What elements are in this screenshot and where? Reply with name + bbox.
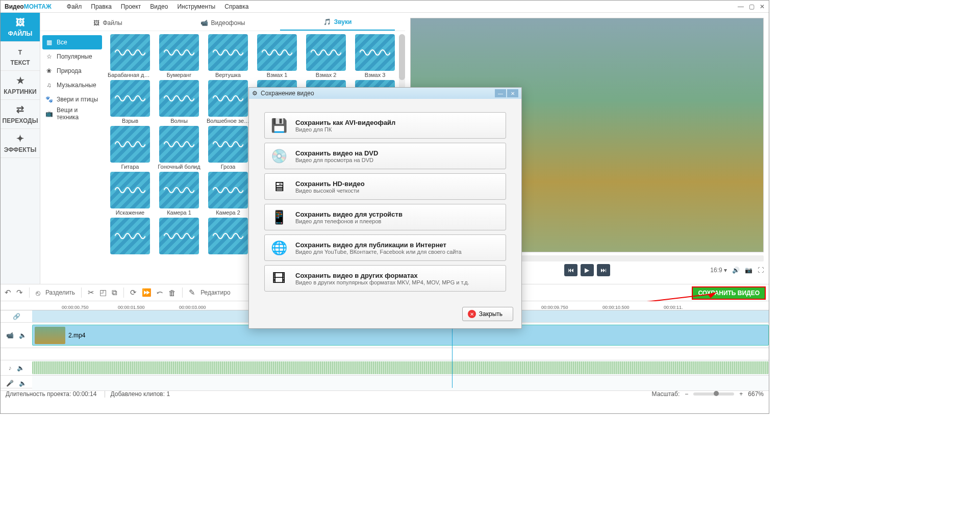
waveform-icon bbox=[208, 126, 248, 163]
sound-item[interactable]: Взмах 2 bbox=[303, 34, 349, 78]
category-all[interactable]: ▦Все bbox=[42, 35, 102, 49]
undo-icon[interactable]: ↶ bbox=[5, 288, 11, 297]
mute-icon[interactable]: 🔈 bbox=[19, 380, 27, 387]
save-option-4[interactable]: 🌐Сохранить видео для публикации в Интерн… bbox=[264, 234, 506, 261]
rotate-icon[interactable]: ⟳ bbox=[130, 288, 137, 297]
category-things[interactable]: 📺Вещи и техника bbox=[40, 107, 104, 121]
sound-label: Бумеранг bbox=[167, 72, 191, 78]
prev-button[interactable]: ⏮ bbox=[564, 264, 577, 276]
dialog-titlebar[interactable]: ⚙ Сохранение видео — ✕ bbox=[249, 88, 521, 99]
window-maximize-icon[interactable]: ▢ bbox=[749, 3, 755, 10]
audio-track-2[interactable]: 🎤🔈 bbox=[1, 376, 769, 391]
sound-item[interactable]: Взмах 1 bbox=[254, 34, 300, 78]
delete-icon[interactable]: 🗑 bbox=[168, 288, 176, 297]
mute-icon[interactable]: 🔈 bbox=[17, 364, 24, 372]
sound-item[interactable]: Искажение bbox=[107, 172, 153, 216]
menu-file[interactable]: Файл bbox=[67, 3, 82, 10]
sidebar-item-images[interactable]: ★КАРТИНКИ bbox=[1, 71, 40, 100]
asset-tab-sounds[interactable]: 🎵Звуки bbox=[280, 18, 395, 31]
save-option-5[interactable]: 🎞Сохранить видео в других форматахВидео … bbox=[264, 265, 506, 292]
save-option-subtitle: Видео в других популярных форматах MKV, … bbox=[295, 279, 469, 285]
window-close-icon[interactable]: ✕ bbox=[760, 3, 765, 10]
sound-item[interactable] bbox=[156, 218, 202, 255]
sidebar-item-text[interactable]: TТЕКСТ bbox=[1, 42, 40, 71]
sound-item[interactable]: Гроза bbox=[205, 126, 251, 170]
sidebar-item-transitions[interactable]: ⇄ПЕРЕХОДЫ bbox=[1, 100, 40, 129]
volume-icon[interactable]: 🔊 bbox=[732, 267, 740, 274]
sound-item[interactable]: Камера 2 bbox=[205, 172, 251, 216]
save-option-3[interactable]: 📱Сохранить видео для устройствВидео для … bbox=[264, 204, 506, 230]
dialog-minimize-icon[interactable]: — bbox=[495, 89, 506, 97]
mute-icon[interactable]: 🔈 bbox=[19, 332, 27, 339]
sound-item[interactable]: Гоночный болид bbox=[156, 126, 202, 170]
overlay-track[interactable] bbox=[1, 348, 769, 360]
edit-icon[interactable]: ✎ bbox=[189, 288, 195, 297]
sound-item[interactable]: Гитара bbox=[107, 126, 153, 170]
copy-icon[interactable]: ⧉ bbox=[112, 288, 117, 297]
play-button[interactable]: ▶ bbox=[581, 264, 594, 276]
sound-label: Волны bbox=[170, 118, 188, 124]
zoom-out-icon[interactable]: − bbox=[685, 390, 688, 398]
zoom-slider[interactable] bbox=[693, 392, 734, 396]
sound-item[interactable]: Камера 1 bbox=[156, 172, 202, 216]
waveform-icon bbox=[110, 126, 150, 163]
asset-tab-files[interactable]: 🖼Файлы bbox=[51, 19, 165, 31]
menu-video[interactable]: Видео bbox=[150, 3, 168, 10]
category-animals[interactable]: 🐾Звери и птицы bbox=[40, 92, 104, 107]
category-popular[interactable]: ☆Популярные bbox=[40, 49, 104, 64]
sound-item[interactable]: Волшебное зе… bbox=[205, 80, 251, 124]
waveform-icon bbox=[110, 172, 150, 208]
save-option-0[interactable]: 💾Сохранить как AVI-видеофайлВидео для ПК bbox=[264, 112, 506, 139]
sound-item[interactable] bbox=[107, 218, 153, 255]
asset-tab-backgrounds[interactable]: 📹Видеофоны bbox=[165, 19, 280, 31]
audio-track-1[interactable]: ♪🔈 bbox=[1, 360, 769, 376]
sidebar-item-effects[interactable]: ✦ЭФФЕКТЫ bbox=[1, 129, 40, 158]
waveform-icon bbox=[159, 34, 199, 71]
redo-icon[interactable]: ↷ bbox=[16, 288, 23, 297]
save-option-title: Сохранить видео для устройств bbox=[295, 211, 403, 218]
split-icon[interactable]: ⎋ bbox=[36, 288, 40, 297]
aspect-label[interactable]: 16:9 ▾ bbox=[710, 267, 727, 274]
speed-icon[interactable]: ⏩ bbox=[142, 288, 152, 297]
dialog-close-button[interactable]: ✕ Закрыть bbox=[462, 307, 513, 321]
grid-icon: ▦ bbox=[45, 39, 53, 46]
zoom-value: 667% bbox=[748, 390, 764, 398]
sound-item[interactable]: Волны bbox=[156, 80, 202, 124]
waveform-icon bbox=[110, 34, 150, 71]
audio-clip[interactable] bbox=[32, 361, 769, 374]
music-track-icon: ♪ bbox=[9, 364, 12, 372]
menu-help[interactable]: Справка bbox=[224, 3, 248, 10]
sound-item[interactable]: Взмах 3 bbox=[352, 34, 398, 78]
fullscreen-icon[interactable]: ⛶ bbox=[758, 267, 764, 274]
category-nature[interactable]: ❀Природа bbox=[40, 64, 104, 78]
save-option-1[interactable]: 💿Сохранить видео на DVDВидео для просмот… bbox=[264, 143, 506, 169]
crop-icon[interactable]: ◰ bbox=[99, 288, 107, 297]
menu-edit[interactable]: Правка bbox=[91, 3, 112, 10]
save-option-2[interactable]: 🖥Сохранить HD-видеоВидео высокой четкост… bbox=[264, 173, 506, 200]
reverse-icon[interactable]: ⤺ bbox=[157, 288, 163, 297]
window-minimize-icon[interactable]: — bbox=[738, 3, 744, 10]
snapshot-icon[interactable]: 📷 bbox=[745, 267, 752, 274]
split-button[interactable]: Разделить bbox=[45, 289, 75, 296]
waveform-icon bbox=[208, 80, 248, 117]
waveform-icon bbox=[257, 34, 297, 71]
edit-button[interactable]: Редактиро bbox=[200, 289, 231, 296]
sidebar-item-files[interactable]: 🖼ФАЙЛЫ bbox=[1, 13, 40, 42]
menu-project[interactable]: Проект bbox=[121, 3, 141, 10]
zoom-in-icon[interactable]: + bbox=[739, 390, 743, 398]
menu-tools[interactable]: Инструменты bbox=[177, 3, 215, 10]
sound-item[interactable]: Бумеранг bbox=[156, 34, 202, 78]
sound-item[interactable]: Вертушка bbox=[205, 34, 251, 78]
cut-icon[interactable]: ✂ bbox=[88, 288, 94, 297]
sound-label: Искажение bbox=[116, 209, 144, 216]
save-option-icon: 🎞 bbox=[270, 269, 288, 287]
sound-item[interactable]: Барабанная др… bbox=[107, 34, 153, 78]
sound-item[interactable]: Взрыв bbox=[107, 80, 153, 124]
sound-label: Гроза bbox=[221, 164, 236, 170]
sound-item[interactable] bbox=[205, 218, 251, 255]
save-video-button[interactable]: СОХРАНИТЬ ВИДЕО bbox=[692, 286, 766, 300]
next-button[interactable]: ⏭ bbox=[597, 264, 610, 276]
dialog-close-icon[interactable]: ✕ bbox=[507, 89, 518, 97]
star-outline-icon: ☆ bbox=[45, 53, 53, 60]
category-music[interactable]: ♫Музыкальные bbox=[40, 78, 104, 92]
